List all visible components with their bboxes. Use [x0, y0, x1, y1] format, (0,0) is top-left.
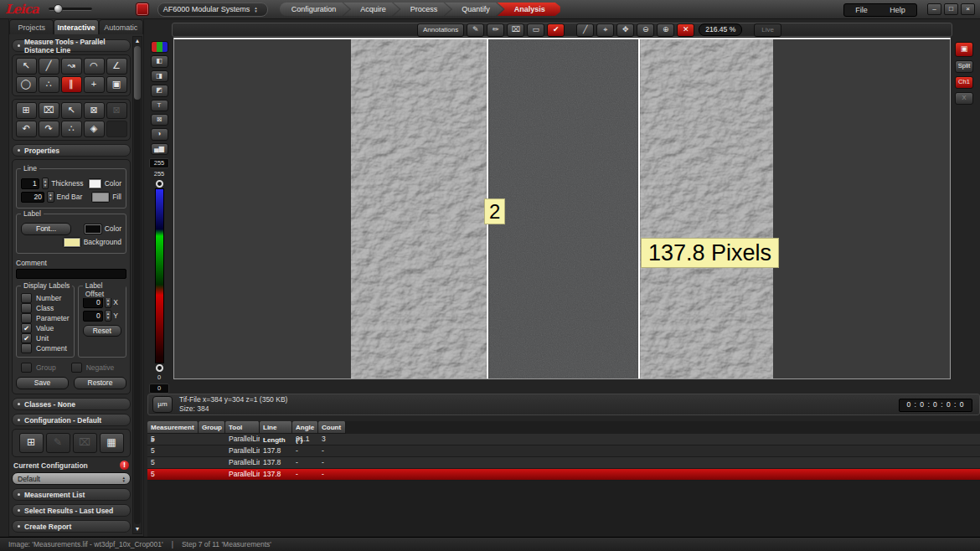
scrollbar-track[interactable] — [134, 46, 141, 524]
table-row[interactable]: 5 ParallelLines 137.8 - - — [147, 445, 980, 457]
lut-max-knob[interactable] — [156, 180, 163, 188]
measurement-number-label[interactable]: 2 — [484, 198, 505, 224]
comment-input[interactable] — [16, 269, 126, 279]
tab-automatic[interactable]: Automatic — [99, 19, 143, 34]
workflow-step-analysis[interactable]: Analysis — [498, 3, 560, 16]
close-icon[interactable]: × — [961, 3, 975, 15]
channels-lut-button[interactable] — [151, 41, 168, 53]
workflow-step-acquire[interactable]: Acquire — [343, 3, 400, 16]
offset-x-input[interactable]: 0 — [83, 297, 103, 308]
minimize-icon[interactable]: – — [927, 3, 941, 15]
freehand-line-tool-button[interactable]: ↝ — [61, 58, 82, 75]
number-checkbox[interactable] — [21, 293, 32, 303]
menu-file[interactable]: File — [855, 6, 868, 14]
end-bar-stepper[interactable]: ▴▾ — [47, 191, 54, 203]
end-bar-input[interactable]: 20 — [21, 192, 44, 203]
close-channel-button[interactable]: X — [955, 92, 973, 105]
sidebar-scrollbar[interactable]: ▲ ▼ — [132, 36, 142, 534]
stamp-tool-button[interactable]: ▣ — [106, 76, 127, 93]
system-selector-dropdown[interactable]: AF6000 Modular Systems ▴▾ — [157, 3, 268, 17]
thickness-input[interactable]: 1 — [21, 178, 39, 189]
value-checkbox[interactable]: ✔ — [21, 323, 32, 333]
thickness-stepper[interactable]: ▴▾ — [42, 178, 49, 189]
table-row[interactable]: 5 ParallelLines - 91.1 3 — [147, 434, 980, 445]
cross-marker-tool-button[interactable]: + — [84, 76, 105, 93]
scale-bar-button[interactable]: ▭ — [527, 23, 544, 37]
scrollbar-thumb[interactable] — [134, 46, 141, 100]
label-color-swatch[interactable] — [84, 224, 102, 234]
lut-gradient-bar[interactable] — [155, 188, 164, 364]
point-labels-button[interactable]: ∴ — [61, 121, 82, 137]
scroll-down-icon[interactable]: ▼ — [135, 525, 141, 533]
workflow-step-quantify[interactable]: Quantify — [445, 3, 503, 16]
offset-y-stepper[interactable]: ▴▾ — [105, 310, 112, 322]
offset-y-input[interactable]: 0 — [83, 311, 103, 322]
draw-freehand-button[interactable]: ✏ — [487, 23, 504, 37]
tab-interactive[interactable]: Interactive — [54, 19, 98, 34]
slider-knob-icon[interactable] — [54, 4, 63, 13]
classes-section-header[interactable]: Classes - None — [12, 398, 131, 410]
delete-measurement-button[interactable]: ⌧ — [39, 102, 59, 119]
line-color-swatch[interactable] — [88, 178, 101, 189]
channel-1-button[interactable]: Ch1 — [955, 76, 973, 89]
label-background-swatch[interactable] — [63, 237, 81, 248]
point-set-tool-button[interactable]: ∴ — [39, 76, 59, 93]
select-arrow-tool-button[interactable]: ↖ — [16, 58, 37, 75]
comment-checkbox[interactable] — [21, 343, 32, 353]
measure-mode-button[interactable]: ✔ — [547, 23, 565, 37]
center-view-button[interactable]: ⌖ — [596, 23, 614, 37]
workflow-step-configuration[interactable]: Configuration — [280, 3, 350, 16]
column-header-line-length[interactable]: Line Length — [260, 421, 292, 434]
histogram-stretch-down-button[interactable]: ◨ — [151, 70, 168, 82]
offset-x-stepper[interactable]: ▴▾ — [105, 296, 112, 308]
histogram-auto-button[interactable]: ◩ — [151, 85, 168, 96]
draw-arrow-button[interactable]: ✎ — [467, 23, 484, 37]
reset-button[interactable]: Reset — [83, 325, 121, 337]
select-labels-button[interactable]: ↖ — [61, 102, 82, 119]
pan-button[interactable]: ✥ — [616, 23, 634, 37]
save-configuration-button[interactable]: ▦ — [100, 433, 124, 453]
zoom-out-button[interactable]: ⊖ — [637, 23, 654, 37]
font-button[interactable]: Font... — [21, 223, 71, 235]
new-configuration-button[interactable]: ⊞ — [19, 433, 44, 453]
select-results-section-header[interactable]: Select Results - Last Used — [12, 504, 131, 517]
unit-button[interactable]: µm — [152, 396, 173, 413]
workflow-step-process[interactable]: Process — [394, 3, 451, 16]
histogram-button[interactable]: ▄▆ — [151, 143, 168, 155]
table-row[interactable]: 5 ParallelLines 137.8 - - — [147, 457, 980, 469]
fill-color-swatch[interactable] — [91, 192, 110, 203]
undo-button[interactable]: ↶ — [16, 121, 37, 137]
label-wand-button[interactable]: ◈ — [84, 121, 105, 137]
delete-selected-button[interactable]: ⊠ — [84, 102, 105, 119]
zoom-in-button[interactable]: ⊕ — [657, 23, 674, 37]
delete-annotation-button[interactable]: ⌧ — [507, 23, 524, 37]
measurement-value-label[interactable]: 137.8 Pixels — [641, 238, 779, 268]
column-header-measurement[interactable]: Measurement # — [147, 421, 199, 434]
column-header-angle[interactable]: Angle (°) — [292, 421, 318, 434]
column-header-tool[interactable]: Tool — [225, 421, 260, 434]
annotations-button[interactable]: Annotations — [417, 23, 464, 37]
lut-min-knob[interactable] — [156, 364, 163, 372]
split-button[interactable]: Split — [955, 60, 973, 73]
parameter-checkbox[interactable] — [21, 313, 32, 323]
intensity-slider[interactable] — [49, 8, 92, 11]
measurement-list-section-header[interactable]: Measurement List — [12, 488, 131, 501]
measurement-line-right[interactable] — [638, 39, 640, 378]
text-overlay-button[interactable]: T — [151, 100, 168, 111]
table-row-selected[interactable]: 5 ParallelLines 137.8 - - — [147, 469, 980, 481]
restore-button[interactable]: Restore — [74, 377, 126, 389]
menu-help[interactable]: Help — [890, 6, 905, 14]
configuration-section-header[interactable]: Configuration - Default — [12, 414, 131, 426]
contrast-button[interactable]: ◑ — [151, 128, 168, 140]
copy-measurements-button[interactable]: ⊞ — [16, 102, 37, 119]
overlay-button[interactable]: ▣ — [955, 42, 973, 57]
line-profile-button[interactable]: ╱ — [576, 23, 594, 37]
fit-to-window-button[interactable]: ✕ — [677, 23, 694, 37]
scroll-up-icon[interactable]: ▲ — [135, 37, 141, 45]
unit-checkbox[interactable]: ✔ — [21, 333, 32, 343]
redo-button[interactable]: ↷ — [39, 121, 59, 137]
image-viewer[interactable]: 2 137.8 Pixels — [173, 38, 951, 379]
angle-tool-button[interactable]: ∠ — [106, 58, 127, 75]
circle-tool-button[interactable]: ◯ — [16, 76, 37, 93]
maximize-icon[interactable]: □ — [944, 3, 958, 15]
